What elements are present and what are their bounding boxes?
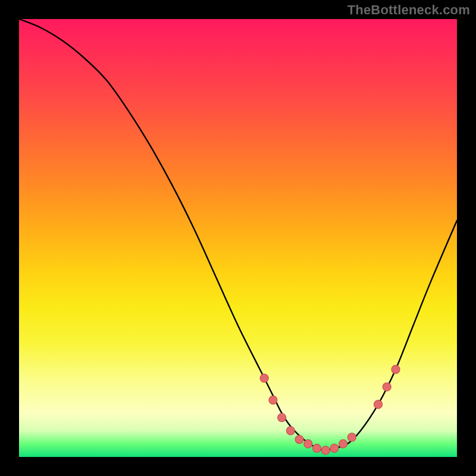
sample-point xyxy=(383,383,391,391)
plot-area xyxy=(19,19,457,457)
chart-frame: TheBottleneck.com xyxy=(0,0,476,476)
sample-point xyxy=(312,444,321,452)
sample-point xyxy=(295,436,303,444)
sample-point xyxy=(304,440,312,448)
sample-point xyxy=(374,400,383,409)
sample-point xyxy=(286,427,295,435)
sample-point xyxy=(260,374,268,383)
sample-point xyxy=(321,446,330,455)
sample-point xyxy=(339,440,347,448)
sample-point xyxy=(278,414,286,422)
sample-point xyxy=(347,433,356,441)
sample-points-group xyxy=(260,365,400,455)
watermark-text: TheBottleneck.com xyxy=(347,2,470,18)
bottleneck-curve xyxy=(19,19,457,450)
sample-point xyxy=(330,444,339,452)
sample-point xyxy=(392,365,400,374)
chart-svg xyxy=(19,19,457,457)
sample-point xyxy=(269,396,277,404)
